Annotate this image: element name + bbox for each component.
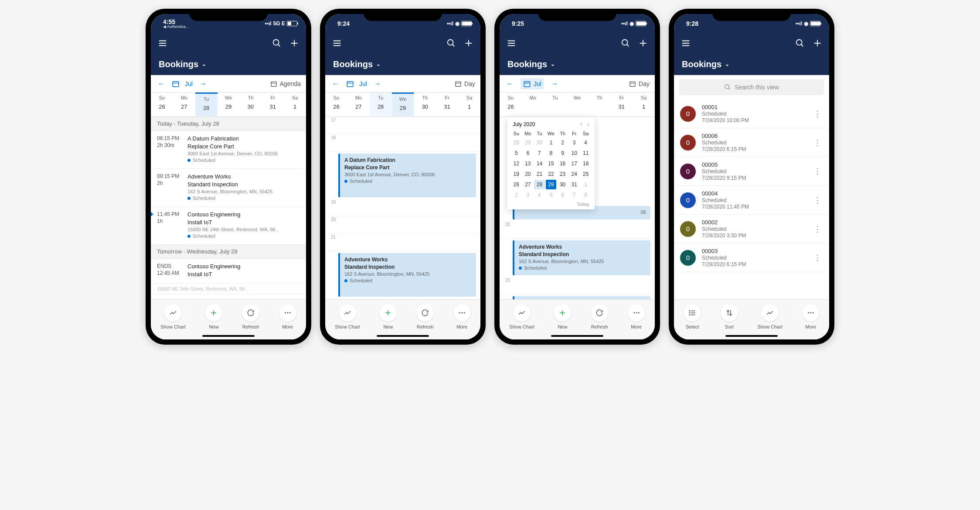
view-toggle[interactable]: Day xyxy=(629,80,650,87)
list-item[interactable]: 0 00001 Scheduled 7/24/2020 10:00 PM ⋮ xyxy=(674,99,829,128)
week-day[interactable]: We29 xyxy=(392,92,414,116)
week-day[interactable]: Fr31 xyxy=(610,92,633,116)
popup-down-arrow-icon[interactable]: ↓ xyxy=(587,121,589,127)
calendar-day[interactable]: 3 xyxy=(569,138,580,147)
view-toggle[interactable]: Day xyxy=(455,80,475,87)
item-more-icon[interactable]: ⋮ xyxy=(812,167,823,176)
calendar-day[interactable]: 30 xyxy=(534,138,545,147)
calendar-day[interactable]: 8 xyxy=(580,190,591,200)
week-day[interactable]: Th30 xyxy=(239,92,262,116)
popup-up-arrow-icon[interactable]: ↑ xyxy=(580,121,582,127)
bottom-plus-button[interactable]: New xyxy=(205,304,222,329)
agenda-item[interactable]: 11:45 PM1h Contoso Engineering Install I… xyxy=(151,207,306,245)
list-content[interactable]: 0 00001 Scheduled 7/24/2020 10:00 PM ⋮ 0… xyxy=(674,99,829,299)
bottom-plus-button[interactable]: New xyxy=(379,304,397,329)
calendar-day[interactable]: 2 xyxy=(557,138,568,147)
page-title[interactable]: Bookings⌄ xyxy=(500,53,655,75)
list-item[interactable]: 0 00002 Scheduled 7/29/2020 3:30 PM ⋮ xyxy=(674,215,829,243)
bottom-chart-button[interactable]: Show Chart xyxy=(509,304,534,329)
week-day[interactable]: We29 xyxy=(218,92,240,116)
calendar-day[interactable]: 28 xyxy=(511,138,522,147)
day-event[interactable]: Contoso Engineering xyxy=(513,296,650,299)
bottom-more-button[interactable]: More xyxy=(279,304,296,329)
prev-arrow-icon[interactable]: ← xyxy=(156,78,167,89)
item-more-icon[interactable]: ⋮ xyxy=(812,109,823,119)
bottom-plus-button[interactable]: New xyxy=(554,304,571,329)
calendar-day[interactable]: 25 xyxy=(580,169,591,179)
calendar-icon[interactable] xyxy=(523,80,531,88)
list-item[interactable]: 0 00004 Scheduled 7/28/2020 11:45 PM ⋮ xyxy=(674,186,829,215)
week-day[interactable]: We xyxy=(566,92,589,116)
month-label[interactable]: Jul xyxy=(185,80,193,87)
bottom-sort-button[interactable]: Sort xyxy=(721,304,738,329)
week-day[interactable]: Th30 xyxy=(414,92,436,116)
calendar-day[interactable]: 6 xyxy=(523,148,534,158)
page-title[interactable]: Bookings⌄ xyxy=(151,53,306,75)
bottom-more-button[interactable]: More xyxy=(628,304,645,329)
add-icon[interactable] xyxy=(464,38,473,48)
week-day[interactable]: Sa1 xyxy=(284,92,306,116)
list-item[interactable]: 0 00006 Scheduled 7/28/2020 6:15 PM ⋮ xyxy=(674,128,829,157)
next-arrow-icon[interactable]: → xyxy=(372,78,383,89)
agenda-item[interactable]: ENDS12:45 AM Contoso Engineering Install… xyxy=(151,259,306,284)
bottom-more-button[interactable]: More xyxy=(453,304,471,329)
calendar-day[interactable]: 29 xyxy=(546,180,557,189)
calendar-day[interactable]: 26 xyxy=(511,180,522,189)
month-label[interactable]: Jul xyxy=(359,80,367,87)
list-item[interactable]: 0 00003 Scheduled 7/29/2020 6:15 PM ⋮ xyxy=(674,243,829,272)
add-icon[interactable] xyxy=(289,38,299,48)
calendar-day[interactable]: 18 xyxy=(580,159,591,168)
day-event[interactable]: A Datum FabricationReplace Core Part3000… xyxy=(338,154,476,197)
calendar-day[interactable]: 15 xyxy=(546,159,557,168)
bottom-refresh-button[interactable]: Refresh xyxy=(242,304,259,329)
page-title[interactable]: Bookings⌄ xyxy=(674,53,829,75)
item-more-icon[interactable]: ⋮ xyxy=(812,224,823,234)
calendar-day[interactable]: 2 xyxy=(511,190,522,200)
calendar-day[interactable]: 13 xyxy=(523,159,534,168)
calendar-day[interactable]: 29 xyxy=(523,138,534,147)
agenda-item[interactable]: 09:15 PM2h Adventure Works Standard Insp… xyxy=(151,169,306,207)
week-day[interactable]: Su26 xyxy=(500,92,522,116)
search-icon[interactable] xyxy=(446,38,456,48)
calendar-day[interactable]: 22 xyxy=(546,169,557,179)
week-day[interactable]: Mo27 xyxy=(173,92,195,116)
add-icon[interactable] xyxy=(813,38,822,48)
calendar-day[interactable]: 16 xyxy=(557,159,568,168)
hamburger-icon[interactable] xyxy=(507,38,516,48)
week-day[interactable]: Tu xyxy=(544,92,566,116)
search-input[interactable]: Search this view xyxy=(679,79,824,95)
next-arrow-icon[interactable]: → xyxy=(549,78,560,89)
add-icon[interactable] xyxy=(638,38,648,48)
calendar-day[interactable]: 23 xyxy=(557,169,568,179)
calendar-popup[interactable]: July 2020 ↑ ↓ SuMoTuWeThFrSa282930123456… xyxy=(507,117,595,209)
month-label[interactable]: Jul xyxy=(534,80,541,87)
calendar-day[interactable]: 17 xyxy=(569,159,580,168)
calendar-day[interactable]: 5 xyxy=(546,190,557,200)
item-more-icon[interactable]: ⋮ xyxy=(812,195,823,205)
calendar-icon[interactable] xyxy=(172,80,180,88)
calendar-day[interactable]: 27 xyxy=(523,180,534,189)
calendar-day[interactable]: 11 xyxy=(580,148,591,158)
week-day[interactable]: Tu28 xyxy=(370,92,392,116)
calendar-icon[interactable] xyxy=(346,80,354,88)
bottom-chart-button[interactable]: Show Chart xyxy=(160,304,185,329)
calendar-day[interactable]: 4 xyxy=(580,138,591,147)
prev-arrow-icon[interactable]: ← xyxy=(330,78,341,89)
week-day[interactable]: Tu28 xyxy=(195,92,218,116)
calendar-day[interactable]: 12 xyxy=(511,159,522,168)
calendar-day[interactable]: 10 xyxy=(569,148,580,158)
prev-arrow-icon[interactable]: ← xyxy=(505,78,515,89)
week-day[interactable]: Fr31 xyxy=(262,92,284,116)
calendar-day[interactable]: 6 xyxy=(557,190,568,200)
item-more-icon[interactable]: ⋮ xyxy=(812,138,823,147)
week-day[interactable]: Fr31 xyxy=(436,92,458,116)
day-event[interactable]: Adventure WorksStandard Inspection162 S … xyxy=(338,253,476,297)
calendar-day[interactable]: 14 xyxy=(534,159,545,168)
calendar-day[interactable]: 30 xyxy=(557,180,568,189)
search-icon[interactable] xyxy=(272,38,282,48)
agenda-content[interactable]: Today - Tuesday, July 28 06:15 PM2h 30m … xyxy=(151,117,306,299)
calendar-day[interactable]: 4 xyxy=(534,190,545,200)
week-day[interactable]: Th xyxy=(588,92,610,116)
calendar-day[interactable]: 1 xyxy=(546,138,557,147)
calendar-day[interactable]: 28 xyxy=(534,180,545,189)
